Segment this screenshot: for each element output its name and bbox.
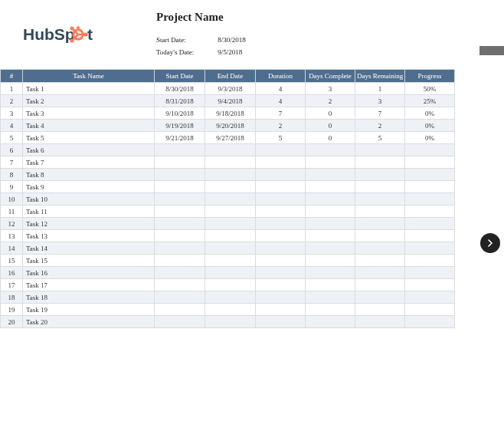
cell-duration[interactable] <box>256 218 306 230</box>
cell-days-remaining[interactable] <box>355 316 405 328</box>
table-row[interactable]: 6Task 6 <box>1 144 455 156</box>
cell-end-date[interactable]: 9/27/2018 <box>205 132 256 144</box>
cell-start-date[interactable] <box>155 206 205 218</box>
cell-end-date[interactable] <box>205 304 256 316</box>
cell-days-complete[interactable] <box>306 242 355 255</box>
cell-start-date[interactable] <box>155 279 205 291</box>
cell-end-date[interactable] <box>205 230 256 242</box>
cell-task-name[interactable]: Task 5 <box>23 132 155 144</box>
cell-num[interactable]: 8 <box>1 169 23 181</box>
cell-start-date[interactable]: 9/21/2018 <box>155 132 205 144</box>
cell-task-name[interactable]: Task 11 <box>23 206 155 218</box>
cell-days-remaining[interactable] <box>355 218 405 230</box>
cell-end-date[interactable] <box>205 218 256 230</box>
table-row[interactable]: 17Task 17 <box>1 279 455 291</box>
cell-progress[interactable]: 25% <box>405 95 455 107</box>
cell-task-name[interactable]: Task 13 <box>23 230 155 242</box>
cell-task-name[interactable]: Task 2 <box>23 95 155 107</box>
cell-days-complete[interactable] <box>306 156 355 169</box>
cell-progress[interactable] <box>405 193 455 206</box>
cell-task-name[interactable]: Task 15 <box>23 255 155 267</box>
cell-task-name[interactable]: Task 7 <box>23 156 155 169</box>
cell-days-complete[interactable] <box>306 193 355 206</box>
cell-duration[interactable] <box>256 316 306 328</box>
cell-start-date[interactable]: 8/30/2018 <box>155 83 205 95</box>
next-button[interactable] <box>480 233 500 253</box>
cell-progress[interactable] <box>405 230 455 242</box>
cell-start-date[interactable]: 9/10/2018 <box>155 107 205 120</box>
cell-task-name[interactable]: Task 1 <box>23 83 155 95</box>
cell-days-complete[interactable] <box>306 267 355 279</box>
cell-num[interactable]: 10 <box>1 193 23 206</box>
cell-start-date[interactable] <box>155 316 205 328</box>
cell-duration[interactable] <box>256 267 306 279</box>
cell-start-date[interactable] <box>155 144 205 156</box>
cell-task-name[interactable]: Task 18 <box>23 291 155 304</box>
cell-end-date[interactable] <box>205 193 256 206</box>
cell-days-complete[interactable] <box>306 218 355 230</box>
cell-num[interactable]: 20 <box>1 316 23 328</box>
cell-progress[interactable] <box>405 218 455 230</box>
cell-num[interactable]: 11 <box>1 206 23 218</box>
cell-duration[interactable]: 2 <box>256 120 306 132</box>
cell-days-remaining[interactable] <box>355 144 405 156</box>
table-row[interactable]: 13Task 13 <box>1 230 455 242</box>
cell-progress[interactable] <box>405 206 455 218</box>
cell-progress[interactable] <box>405 169 455 181</box>
cell-end-date[interactable] <box>205 206 256 218</box>
table-row[interactable]: 14Task 14 <box>1 242 455 255</box>
cell-duration[interactable]: 7 <box>256 107 306 120</box>
cell-num[interactable]: 6 <box>1 144 23 156</box>
cell-num[interactable]: 5 <box>1 132 23 144</box>
cell-task-name[interactable]: Task 10 <box>23 193 155 206</box>
cell-progress[interactable]: 0% <box>405 107 455 120</box>
cell-days-remaining[interactable]: 1 <box>355 83 405 95</box>
cell-duration[interactable]: 4 <box>256 95 306 107</box>
cell-task-name[interactable]: Task 6 <box>23 144 155 156</box>
cell-days-complete[interactable] <box>306 144 355 156</box>
table-row[interactable]: 19Task 19 <box>1 304 455 316</box>
cell-days-complete[interactable] <box>306 206 355 218</box>
cell-days-remaining[interactable] <box>355 230 405 242</box>
cell-days-complete[interactable]: 0 <box>306 107 355 120</box>
table-row[interactable]: 2Task 28/31/20189/4/201842325% <box>1 95 455 107</box>
cell-start-date[interactable] <box>155 267 205 279</box>
cell-days-remaining[interactable]: 7 <box>355 107 405 120</box>
cell-start-date[interactable] <box>155 230 205 242</box>
cell-progress[interactable] <box>405 291 455 304</box>
cell-num[interactable]: 3 <box>1 107 23 120</box>
cell-duration[interactable] <box>256 291 306 304</box>
table-row[interactable]: 4Task 49/19/20189/20/20182020% <box>1 120 455 132</box>
cell-task-name[interactable]: Task 3 <box>23 107 155 120</box>
table-row[interactable]: 12Task 12 <box>1 218 455 230</box>
cell-end-date[interactable] <box>205 169 256 181</box>
cell-start-date[interactable] <box>155 291 205 304</box>
table-row[interactable]: 3Task 39/10/20189/18/20187070% <box>1 107 455 120</box>
cell-days-complete[interactable] <box>306 279 355 291</box>
cell-days-complete[interactable] <box>306 304 355 316</box>
cell-days-remaining[interactable] <box>355 181 405 193</box>
cell-days-remaining[interactable]: 5 <box>355 132 405 144</box>
cell-duration[interactable] <box>256 242 306 255</box>
table-row[interactable]: 20Task 20 <box>1 316 455 328</box>
cell-task-name[interactable]: Task 20 <box>23 316 155 328</box>
cell-days-complete[interactable] <box>306 169 355 181</box>
cell-progress[interactable] <box>405 279 455 291</box>
cell-end-date[interactable] <box>205 181 256 193</box>
cell-num[interactable]: 19 <box>1 304 23 316</box>
cell-days-complete[interactable] <box>306 316 355 328</box>
cell-days-remaining[interactable]: 2 <box>355 120 405 132</box>
cell-num[interactable]: 18 <box>1 291 23 304</box>
cell-days-remaining[interactable] <box>355 156 405 169</box>
cell-task-name[interactable]: Task 12 <box>23 218 155 230</box>
cell-progress[interactable] <box>405 316 455 328</box>
cell-days-remaining[interactable] <box>355 206 405 218</box>
cell-task-name[interactable]: Task 9 <box>23 181 155 193</box>
cell-days-remaining[interactable] <box>355 304 405 316</box>
cell-end-date[interactable] <box>205 291 256 304</box>
cell-progress[interactable] <box>405 144 455 156</box>
cell-days-complete[interactable]: 0 <box>306 132 355 144</box>
table-row[interactable]: 8Task 8 <box>1 169 455 181</box>
cell-days-complete[interactable] <box>306 255 355 267</box>
cell-num[interactable]: 4 <box>1 120 23 132</box>
